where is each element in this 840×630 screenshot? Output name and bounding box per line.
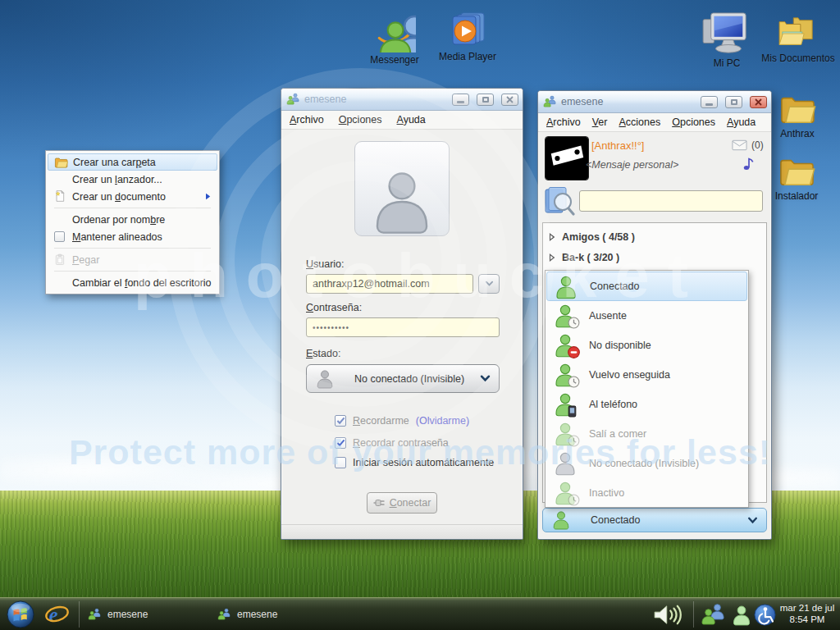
login-avatar[interactable] (354, 141, 450, 236)
desktop-icon-mi-pc[interactable]: Mi PC (693, 11, 760, 69)
invisible-person-icon (553, 451, 578, 476)
status-option-inactivo[interactable]: Inactivo (546, 478, 747, 508)
personal-message[interactable]: <Mensaje personal> (586, 159, 678, 171)
emesene-icon (217, 608, 231, 621)
menu-ayuda[interactable]: Ayuda (397, 114, 426, 126)
folder-icon (778, 154, 815, 189)
status-combo[interactable]: Conectado (542, 508, 767, 532)
menu-separator (54, 271, 211, 272)
menu-item-crear-lanzador[interactable]: Crear un lanzador... (48, 171, 217, 188)
accessibility-icon[interactable] (754, 604, 776, 628)
menu-item-label: Mantener alineados (72, 231, 162, 243)
contacts-window-titlebar[interactable]: emesene (538, 91, 771, 113)
minimize-button[interactable] (701, 96, 718, 108)
conectar-label: Conectar (390, 497, 431, 509)
maximize-button[interactable] (725, 96, 742, 108)
maximize-button[interactable] (477, 94, 494, 106)
login-content: Usuario: anthraxp12@hotmail.com Contrase… (281, 130, 523, 539)
recordar-contrasena-checkbox[interactable] (335, 437, 346, 449)
clock-badge-icon (568, 376, 580, 388)
menu-item-label: Crear un documento (72, 191, 166, 203)
mail-count: (0) (751, 139, 764, 151)
taskbar: e emesene emesene mar 21 de jul 8:54 PM (0, 597, 840, 630)
usuario-dropdown-button[interactable] (478, 274, 500, 294)
taskbar-item-emesene-1[interactable]: emesene (87, 598, 148, 630)
mail-status[interactable]: (0) (732, 139, 764, 151)
iniciar-sesion-checkbox[interactable] (335, 457, 346, 468)
usuario-input[interactable]: anthraxp12@hotmail.com (306, 274, 473, 294)
usuario-label: Usuario: (306, 258, 345, 270)
status-option-ausente[interactable]: Ausente (546, 301, 747, 331)
menu-ver[interactable]: Ver (592, 116, 608, 128)
status-option-no-conectado[interactable]: No conectado (Invisible) (546, 449, 747, 478)
menu-archivo[interactable]: Archivo (546, 116, 581, 128)
user-avatar[interactable] (545, 136, 589, 180)
window-title: emesene (561, 96, 693, 107)
menu-opciones[interactable]: Opciones (339, 114, 382, 126)
taskbar-item-emesene-2[interactable]: emesene (217, 598, 277, 630)
music-note-icon[interactable] (743, 157, 754, 173)
desktop-icon-label: Mi PC (714, 58, 741, 69)
menu-item-ordenar[interactable]: Ordenar por nombre (48, 211, 217, 228)
clock-badge-icon (568, 494, 580, 506)
desktop-icon-media-player[interactable]: Media Player (431, 10, 504, 62)
menu-item-crear-documento[interactable]: Crear un documento (48, 188, 217, 205)
tray-messenger-icon[interactable] (699, 603, 725, 629)
menu-item-label: Crear una carpeta (73, 157, 156, 168)
chevron-down-icon (485, 281, 494, 287)
menu-item-pegar: Pegar (48, 251, 217, 268)
menu-item-cambiar-fondo[interactable]: Cambiar el fondo del escritorio (48, 274, 217, 291)
close-button[interactable] (501, 94, 518, 106)
status-label: No conectado (Invisible) (589, 458, 699, 469)
status-option-sali-a-comer[interactable]: Salí a comer (546, 419, 747, 449)
menu-acciones[interactable]: Acciones (619, 116, 660, 128)
group-ba-k[interactable]: Ba-k ( 3/20 ) (543, 247, 766, 267)
minimize-button[interactable] (452, 94, 469, 106)
desktop-icon-anthrax[interactable]: Anthrax (765, 92, 829, 139)
status-popup: Conectado Ausente No disponible Vuelvo e… (545, 270, 749, 508)
menu-archivo[interactable]: Archivo (290, 114, 324, 126)
internet-explorer-icon[interactable]: e (44, 602, 70, 630)
window-bottom-strip (281, 524, 523, 539)
search-icon[interactable] (543, 185, 576, 220)
recordarme-checkbox[interactable] (335, 415, 346, 427)
status-combo-value: Conectado (591, 514, 640, 526)
close-button[interactable] (750, 96, 767, 108)
olvidarme-link[interactable]: (Olvidarme) (416, 415, 469, 427)
plug-icon (373, 498, 386, 508)
phone-badge-icon (568, 405, 577, 418)
conectar-button[interactable]: Conectar (367, 492, 437, 514)
desktop-icon-mis-documentos[interactable]: Mis Documentos (758, 15, 838, 64)
estado-dropdown[interactable]: No conectado (Invisible) (306, 364, 500, 393)
status-option-al-telefono[interactable]: Al teléfono (546, 390, 747, 419)
tray-clock[interactable]: mar 21 de jul 8:54 PM (776, 602, 838, 625)
login-window-titlebar[interactable]: emesene (281, 89, 523, 111)
desktop-icon-instalador[interactable]: Instalador (762, 154, 831, 202)
contrasena-label: Contraseña: (306, 302, 362, 313)
emesene-icon (542, 95, 556, 108)
search-input[interactable] (579, 190, 763, 212)
online-person-icon (551, 510, 571, 530)
menu-item-crear-carpeta[interactable]: Crear una carpeta (48, 153, 217, 171)
status-option-vuelvo-enseguida[interactable]: Vuelvo enseguida (546, 360, 747, 390)
default-avatar-person-icon (366, 168, 438, 235)
menu-ayuda[interactable]: Ayuda (727, 116, 756, 128)
tray-status-person-icon[interactable] (731, 605, 752, 628)
envelope-icon (732, 139, 747, 151)
desktop-icon-label: Anthrax (780, 129, 814, 139)
start-button[interactable] (7, 600, 34, 630)
status-option-conectado[interactable]: Conectado (546, 272, 747, 301)
expander-icon (549, 253, 555, 262)
status-option-no-disponible[interactable]: No disponible (546, 331, 747, 360)
menu-item-mantener-alineados[interactable]: Mantener alineados (48, 228, 217, 245)
menu-separator (54, 248, 211, 249)
user-nick[interactable]: [Anthrax!!°] (591, 139, 644, 152)
desktop-icon-messenger[interactable]: Messenger (359, 11, 430, 66)
status-label: Conectado (590, 281, 639, 292)
volume-icon[interactable] (651, 604, 686, 628)
group-amigos[interactable]: Amigos ( 4/58 ) (543, 226, 766, 247)
contrasena-input[interactable]: •••••••••• (306, 317, 500, 337)
menu-opciones[interactable]: Opciones (672, 116, 715, 128)
menu-item-label: Cambiar el fondo del escritorio (72, 277, 212, 289)
recordarme-label: Recordarme (353, 415, 409, 427)
